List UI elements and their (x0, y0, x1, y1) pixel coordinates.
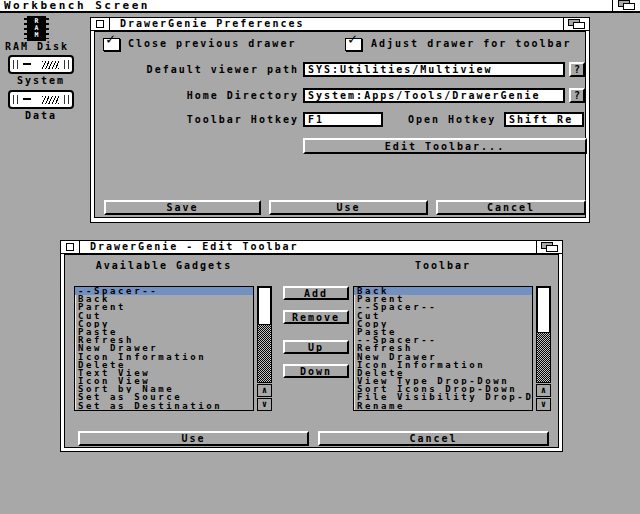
depth-button[interactable] (536, 241, 562, 253)
cancel-button[interactable]: Cancel (436, 200, 586, 215)
close-button[interactable] (91, 18, 110, 30)
list-item: M (27, 32, 46, 39)
depth-button[interactable] (563, 18, 589, 30)
checkbox-adjust-drawer[interactable]: ✓ (345, 38, 362, 51)
list-item[interactable]: --Spacer-- (354, 303, 532, 311)
use-button[interactable]: Use (269, 200, 428, 215)
close-icon (96, 20, 104, 28)
scrollbar-track[interactable] (257, 286, 272, 383)
down-button[interactable]: Down (283, 364, 349, 378)
list-item[interactable]: Back (354, 287, 532, 295)
list-item[interactable]: --Spacer-- (75, 287, 253, 295)
open-hotkey-input[interactable]: Shift Re (504, 112, 584, 127)
scrollbar-thumb[interactable] (258, 287, 271, 325)
prefs-window: DrawerGenie Preferences ✓ Close previous… (90, 17, 590, 223)
available-gadgets-label: Available Gadgets (74, 259, 254, 273)
available-list-scrollbar[interactable]: ∧ ∨ (257, 286, 272, 411)
icon-ram-disk[interactable]: RAM RAM Disk (0, 13, 80, 53)
default-viewer-path-input[interactable]: SYS:Utilities/Multiview (303, 62, 565, 77)
list-item[interactable]: Icon Information (354, 361, 532, 369)
window-title: DrawerGenie - Edit Toolbar (80, 241, 536, 253)
list-item[interactable]: Parent (354, 295, 532, 303)
list-item[interactable]: Parent (75, 303, 253, 311)
list-item[interactable]: Sort by Name (75, 385, 253, 393)
list-item[interactable]: Set as Destination (75, 402, 253, 410)
icon-data[interactable]: Data (0, 88, 84, 122)
list-item[interactable]: New Drawer (354, 353, 532, 361)
screen-title: Workbench Screen (0, 0, 612, 11)
list-item[interactable]: Refresh (354, 344, 532, 352)
toolbar-label: Toolbar (353, 259, 533, 273)
depth-icon (541, 242, 559, 253)
home-directory-input[interactable]: System:Apps/Tools/DrawerGenie (303, 88, 565, 103)
add-button[interactable]: Add (283, 286, 349, 300)
toolbar-hotkey-input[interactable]: F1 (303, 112, 383, 127)
list-item[interactable]: New Drawer (75, 344, 253, 352)
help-button[interactable]: ? (569, 88, 585, 103)
list-item[interactable]: Cut (75, 312, 253, 320)
list-item[interactable]: Refresh (75, 336, 253, 344)
field-label-home-directory: Home Directory (95, 89, 299, 103)
list-item[interactable]: Text View (75, 369, 253, 377)
scroll-down-button[interactable]: ∨ (257, 398, 272, 411)
scroll-up-button[interactable]: ∧ (536, 384, 551, 397)
list-item[interactable]: View Type Drop-Down (354, 377, 532, 385)
field-label-toolbar-hotkey: Toolbar Hotkey (95, 113, 299, 127)
check-icon: ✓ (106, 32, 115, 47)
edit-titlebar[interactable]: DrawerGenie - Edit Toolbar (61, 241, 562, 254)
list-item[interactable]: Delete (75, 361, 253, 369)
check-icon: ✓ (348, 32, 357, 47)
screen-depth-button[interactable] (612, 0, 640, 11)
close-button[interactable] (61, 241, 80, 253)
use-button[interactable]: Use (78, 431, 309, 446)
list-item[interactable]: Copy (354, 320, 532, 328)
close-icon (66, 243, 74, 251)
field-label-default-viewer-path: Default viewer path (95, 63, 299, 77)
cancel-button[interactable]: Cancel (318, 431, 549, 446)
list-item[interactable]: File Visibility Drop-D (354, 393, 532, 401)
scroll-up-button[interactable]: ∧ (257, 384, 272, 397)
list-item[interactable]: Paste (354, 328, 532, 336)
up-button[interactable]: Up (283, 340, 349, 354)
list-item[interactable]: Rename (354, 402, 532, 410)
list-item[interactable]: Cut (354, 312, 532, 320)
icon-label: System (10, 76, 72, 86)
checkbox-label: Close previous drawer (128, 37, 296, 51)
save-button[interactable]: Save (104, 200, 261, 215)
floppy-disk-icon (8, 90, 74, 109)
scrollbar-thumb[interactable] (537, 287, 550, 333)
checkbox-close-previous-drawer[interactable]: ✓ (103, 38, 120, 51)
window-title: DrawerGenie Preferences (110, 18, 563, 30)
scroll-down-button[interactable]: ∨ (536, 398, 551, 411)
checkbox-label: Adjust drawer for toolbar (371, 37, 572, 51)
remove-button[interactable]: Remove (283, 310, 349, 324)
list-item[interactable]: Sort Icons Drop-Down (354, 385, 532, 393)
edit-toolbar-window: DrawerGenie - Edit Toolbar Available Gad… (60, 240, 563, 452)
available-gadgets-list[interactable]: --Spacer--BackParentCutCopyPasteRefreshN… (74, 286, 254, 411)
edit-toolbar-button[interactable]: Edit Toolbar... (303, 138, 587, 154)
toolbar-list[interactable]: BackParent--Spacer--CutCopyPaste--Spacer… (353, 286, 533, 411)
depth-icon (618, 0, 636, 11)
list-item[interactable]: Delete (354, 369, 532, 377)
list-item[interactable]: Icon View (75, 377, 253, 385)
list-item[interactable]: Icon Information (75, 353, 253, 361)
screen-titlebar[interactable]: Workbench Screen (0, 0, 640, 13)
prefs-titlebar[interactable]: DrawerGenie Preferences (91, 18, 589, 31)
list-item[interactable]: Paste (75, 328, 253, 336)
depth-icon (568, 19, 586, 30)
toolbar-list-scrollbar[interactable]: ∧ ∨ (536, 286, 551, 411)
icon-system[interactable]: System (0, 53, 84, 87)
icon-label: Data (10, 111, 72, 121)
list-item[interactable]: --Spacer-- (354, 336, 532, 344)
ram-chip-icon: RAM (27, 16, 46, 41)
list-item[interactable]: Back (75, 295, 253, 303)
list-item[interactable]: Copy (75, 320, 253, 328)
scrollbar-track[interactable] (536, 286, 551, 383)
desktop[interactable]: { "colors": { "desktop_gray": "#A8A8A8",… (0, 0, 640, 514)
floppy-disk-icon (8, 55, 74, 74)
list-item[interactable]: Set as Source (75, 393, 253, 401)
field-label-open-hotkey: Open Hotkey (408, 113, 496, 127)
icon-label: RAM Disk (3, 42, 71, 52)
help-button[interactable]: ? (569, 62, 585, 77)
